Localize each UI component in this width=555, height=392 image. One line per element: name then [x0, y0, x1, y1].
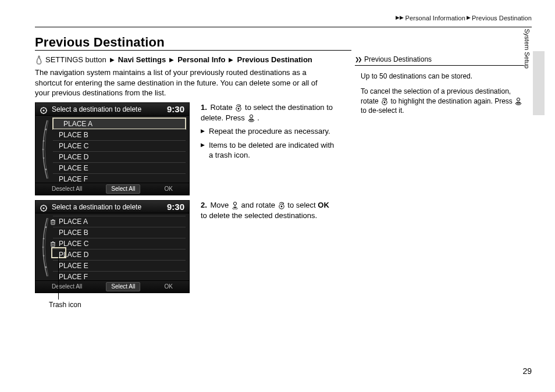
screenshot-delete-list-1: Select a destination to delete 9:30 PLAC…	[35, 102, 190, 195]
nav-path-item: Personal Info	[177, 55, 225, 65]
screenshot-clock: 9:30	[167, 201, 184, 213]
trash-icon	[49, 240, 56, 247]
page-title: Previous Destination	[35, 34, 165, 51]
ok-label: OK	[318, 201, 329, 209]
select-all-button[interactable]: Select All	[106, 282, 140, 291]
list-item[interactable]: PLACE A	[53, 216, 186, 227]
deselect-all-button[interactable]: Deselect All	[52, 283, 82, 291]
chevron-right-icon: ▶	[110, 56, 115, 64]
chevron-right-icon: ▶	[467, 14, 471, 21]
chevron-right-icon: ❯❯	[355, 56, 361, 63]
press-dial-icon	[247, 114, 255, 122]
breadcrumb-section: Personal Information	[405, 14, 466, 23]
list-item[interactable]: PLACE D	[53, 249, 186, 260]
list-item[interactable]: PLACE E	[53, 162, 186, 173]
intro-paragraph: The navigation system maintains a list o…	[35, 67, 333, 98]
press-dial-icon	[514, 97, 522, 105]
sidebar-note: Up to 50 destinations can be stored.	[361, 72, 524, 81]
deselect-all-button[interactable]: Deselect All	[52, 185, 82, 193]
breadcrumb-page: Previous Destination	[472, 14, 532, 23]
nav-path-item: Navi Settings	[118, 55, 166, 65]
divider	[35, 27, 532, 27]
rotate-dial-icon	[278, 201, 286, 209]
step-number: 1.	[201, 103, 207, 112]
screenshot-clock: 9:30	[167, 104, 184, 115]
breadcrumb-header: ▶▶ Personal Information ▶ Previous Desti…	[396, 14, 532, 23]
sidebar-title: Previous Destinations	[364, 55, 432, 64]
list-item[interactable]: PLACE C	[53, 238, 186, 249]
callout-label: Trash icon	[49, 300, 81, 309]
list-item[interactable]: PLACE B	[53, 227, 186, 238]
list-item[interactable]: PLACE C	[53, 140, 186, 151]
gear-icon	[40, 106, 47, 113]
chevron-right-icon: ▶▶	[396, 14, 404, 21]
rotate-dial-icon	[234, 104, 243, 112]
ok-button[interactable]: OK	[165, 185, 173, 193]
section-tab	[533, 51, 545, 115]
step-number: 2.	[201, 201, 207, 209]
step-sub: Items to be deleted are indicated with a…	[201, 140, 335, 161]
callout-line	[58, 257, 59, 300]
chevron-right-icon: ▶	[229, 56, 233, 64]
trash-icon	[49, 218, 56, 225]
divider	[35, 50, 351, 51]
page-number: 29	[522, 366, 532, 377]
list-item[interactable]: PLACE B	[53, 129, 186, 140]
step-1: 1. Rotate to select the destination to d…	[201, 102, 335, 161]
list-item[interactable]: PLACE E	[53, 260, 186, 271]
list-item[interactable]: PLACE A	[53, 118, 186, 129]
nav-path: SETTINGS button ▶ Navi Settings ▶ Person…	[35, 55, 312, 65]
step-2: 2. Move and rotate to select OK to delet…	[201, 200, 335, 220]
nav-path-start: SETTINGS button	[45, 55, 106, 65]
rotate-dial-icon	[380, 97, 389, 105]
hand-icon	[35, 55, 42, 65]
screenshot-title: Select a destination to delete	[52, 202, 162, 212]
ok-button[interactable]: OK	[165, 283, 173, 291]
move-dial-icon	[231, 201, 239, 209]
step-sub: Repeat the procedure as necessary.	[201, 126, 335, 137]
sidebar-note: To cancel the selection of a previous de…	[361, 87, 524, 115]
section-tab-label: System Setup	[522, 29, 531, 69]
screenshot-title: Select a destination to delete	[52, 105, 162, 114]
gear-icon	[40, 204, 47, 211]
nav-path-item: Previous Destination	[237, 55, 312, 65]
sidebar-notes: ❯❯ Previous Destinations Up to 50 destin…	[355, 55, 524, 121]
select-all-button[interactable]: Select All	[106, 184, 140, 194]
chevron-right-icon: ▶	[169, 56, 174, 64]
list-item[interactable]: PLACE D	[53, 151, 186, 162]
